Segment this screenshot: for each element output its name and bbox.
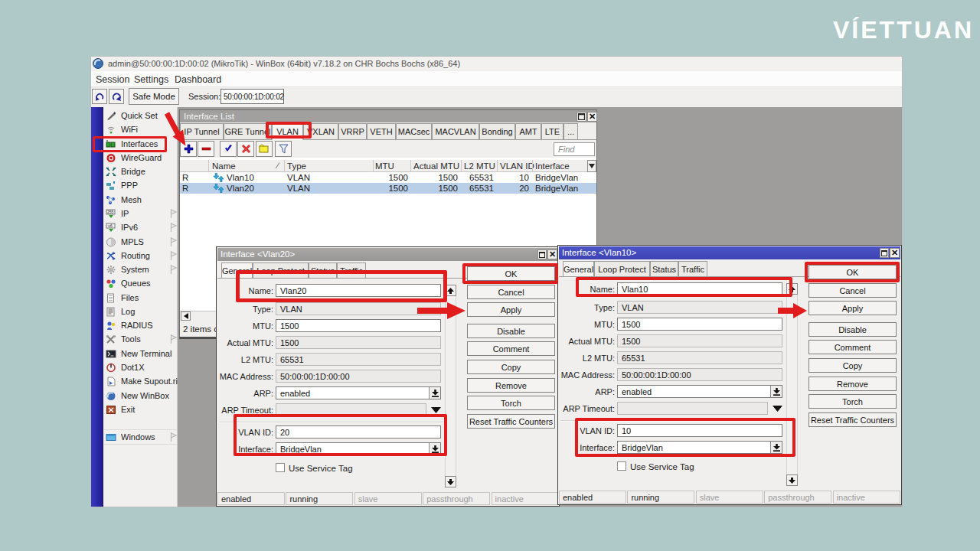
svg-text:255: 255 [107, 210, 114, 214]
svg-text:v6: v6 [108, 223, 113, 228]
